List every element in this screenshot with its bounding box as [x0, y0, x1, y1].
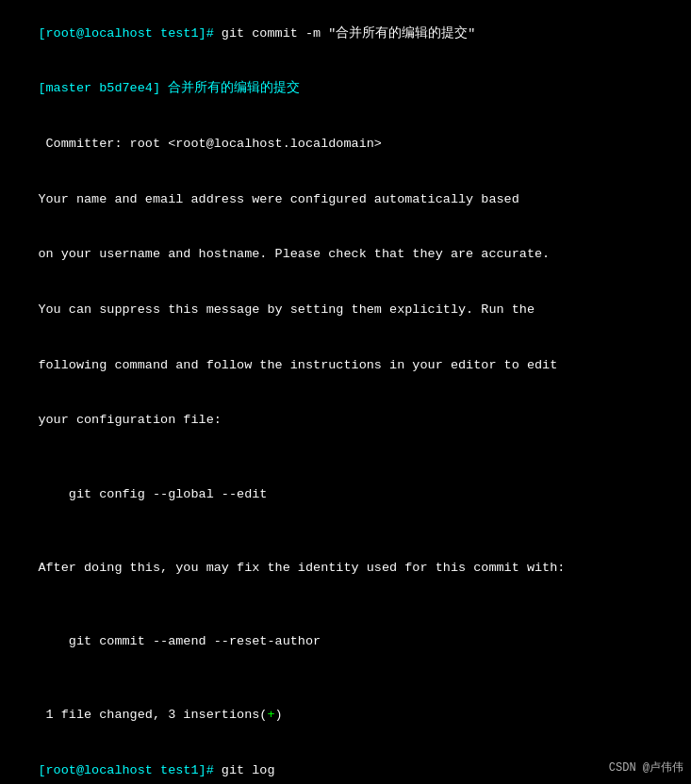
line-7: following command and follow the instruc… — [8, 337, 683, 393]
cmd-2: git log — [222, 763, 275, 777]
line-blank-4 — [8, 669, 683, 688]
line-8: your configuration file: — [8, 393, 683, 449]
line-1: [root@localhost test1]# git commit -m "合… — [8, 6, 683, 61]
merge-output: [master b5d7ee4] 合并所有的编辑的提交 — [38, 81, 300, 95]
line-9: git config --global --edit — [8, 466, 683, 522]
line-4: Your name and email address were configu… — [8, 172, 683, 227]
cmd-1: git commit -m "合并所有的编辑的提交" — [222, 26, 476, 41]
line-blank-1 — [8, 449, 683, 467]
watermark: CSDN @卢伟伟 — [609, 760, 683, 776]
line-5: on your username and hostname. Please ch… — [8, 227, 683, 283]
line-2: [master b5d7ee4] 合并所有的编辑的提交 — [8, 61, 683, 117]
line-12: 1 file changed, 3 insertions(+) — [8, 688, 683, 743]
prompt-1: [root@localhost test1]# — [38, 26, 221, 41]
line-6: You can suppress this message by setting… — [8, 282, 683, 337]
line-3: Committer: root <root@localhost.localdom… — [8, 116, 683, 172]
line-11: git commit --amend --reset-author — [8, 614, 683, 670]
line-13: [root@localhost test1]# git log — [8, 743, 683, 785]
line-blank-3 — [8, 596, 683, 614]
terminal-window: [root@localhost test1]# git commit -m "合… — [0, 0, 691, 784]
prompt-2: [root@localhost test1]# — [38, 763, 221, 777]
line-10: After doing this, you may fix the identi… — [8, 540, 683, 596]
line-blank-2 — [8, 522, 683, 541]
